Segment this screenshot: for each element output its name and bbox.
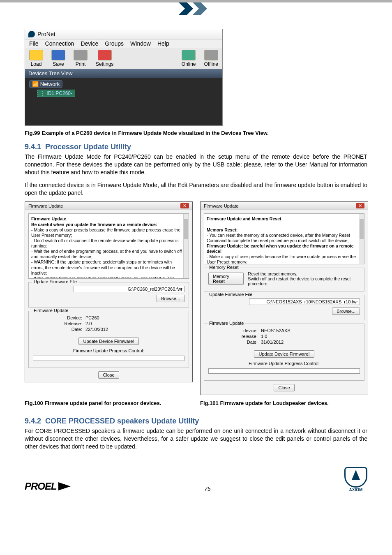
figure-99-caption: Fig.99 Example of a PC260 device in Firm… — [25, 130, 367, 136]
menu-connection[interactable]: Connection — [45, 40, 74, 47]
menu-device[interactable]: Device — [81, 40, 98, 47]
update-firmware-button[interactable]: Update Device Firmware! — [78, 338, 138, 345]
kv-value: 2.0 — [85, 321, 92, 326]
info-line: Be careful when you update the firmware … — [31, 222, 157, 227]
toolbar-settings-label: Settings — [96, 61, 113, 67]
pronet-title-text: ProNet — [37, 31, 55, 37]
toolbar-settings[interactable]: Settings — [92, 48, 118, 69]
dialog-title-text: Firmware Update — [28, 204, 63, 208]
group-legend: Memory Reset — [208, 265, 240, 270]
dialog-titlebar: Firmware Update ✕ — [25, 202, 192, 210]
kv-value: 1.0 — [261, 334, 267, 339]
file-path-field[interactable]: G:\NEOS152AXS_r10\NEOS152AXS_r10.fwr — [249, 298, 360, 305]
firmware-update-dialog-loudspeaker: Firmware Update ✕ Firmware Update and Me… — [200, 201, 368, 395]
toolbar-offline-label: Offline — [204, 61, 218, 67]
menu-window[interactable]: Window — [130, 40, 151, 47]
tree-device-label: ID1:PC260- — [46, 90, 72, 96]
tree-network-node[interactable]: 📶 Network — [29, 80, 62, 88]
figure-100-caption: Fig.100 Firmware update panel for proces… — [25, 400, 192, 406]
close-button[interactable]: Close — [274, 384, 294, 391]
firmware-update-dialog-processor: Firmware Update ✕ Firmware Update Be car… — [25, 201, 193, 382]
memory-reset-button[interactable]: Memory Reset — [208, 273, 244, 285]
close-icon[interactable]: ✕ — [356, 203, 364, 208]
para-941b: If the connected device is in Firmware U… — [25, 181, 367, 197]
pronet-window: ProNet File Connection Device Groups Win… — [25, 29, 223, 126]
axiom-logo-text: AXIOM — [349, 488, 363, 492]
toolbar-print[interactable]: Print — [69, 48, 92, 69]
kv-key: Date: — [33, 327, 82, 332]
info-heading: Firmware Update and Memory Reset — [207, 216, 281, 221]
scrollbar-thumb[interactable] — [184, 219, 188, 239]
scrollbar[interactable] — [183, 214, 189, 278]
kv-value: NEOS152AXS — [261, 328, 291, 333]
info-line: - Make a copy of user presets because th… — [31, 227, 180, 238]
info-line: - Wait the end of entire programming pro… — [31, 249, 182, 259]
page-footer: PROEL 75 AXIOM — [25, 467, 367, 492]
info-heading: Firmware Update — [31, 216, 66, 221]
file-path-field[interactable]: G:\PC260_rel20\PC260.fwr — [74, 286, 184, 292]
offline-icon — [204, 50, 218, 60]
toolbar-online[interactable]: Online — [178, 48, 200, 69]
update-file-group: Update Firmware File G:\NEOS152AXS_r10\N… — [204, 295, 364, 320]
update-firmware-button[interactable]: Update Device Firmware! — [254, 350, 314, 358]
axiom-mark-icon — [344, 467, 367, 488]
kv-value: PC260 — [85, 315, 99, 320]
firmware-update-group: Firmware Update device:NEOS152AXS releas… — [204, 324, 364, 381]
progress-bar — [208, 368, 360, 374]
section-941-title: Processor Update Utility — [45, 143, 131, 151]
kv-value: 31/01/2012 — [261, 340, 284, 345]
menubar: File Connection Device Groups Window Hel… — [25, 39, 222, 48]
dialog-title-text: Firmware Update — [204, 204, 238, 208]
tree-network-label: Network — [40, 81, 60, 87]
axiom-logo: AXIOM — [344, 467, 367, 492]
section-941-heading: 9.4.1 Processor Update Utility — [25, 143, 367, 151]
info-subheading: Memory Reset: — [207, 227, 238, 232]
toolbar-print-label: Print — [76, 61, 86, 67]
browse-button[interactable]: Browse... — [332, 308, 360, 315]
menu-help[interactable]: Help — [157, 40, 169, 47]
toolbar-save-label: Save — [53, 61, 64, 67]
info-textbox: Firmware Update and Memory Reset Memory … — [204, 213, 364, 264]
toolbar: Load Save Print Settings Online Offline — [25, 48, 222, 69]
menu-file[interactable]: File — [29, 40, 39, 47]
memory-reset-text: Switch off and restart the device to com… — [248, 276, 360, 286]
chevron-icon — [193, 2, 213, 15]
info-subheading: Firmware Update: be careful when you upd… — [207, 243, 354, 254]
para-941a: The Firmware Update Mode for PC240/PC260… — [25, 153, 367, 176]
pronet-logo-icon — [28, 31, 35, 37]
scrollbar[interactable] — [359, 214, 364, 264]
update-file-group: Update Firmware File G:\PC260_rel20\PC26… — [28, 282, 189, 308]
progress-label: Firmware Update Progress Control: — [208, 361, 360, 366]
toolbar-load[interactable]: Load — [25, 48, 47, 69]
toolbar-save[interactable]: Save — [47, 48, 69, 69]
proel-logo-text: PROEL — [25, 481, 57, 492]
toolbar-load-label: Load — [31, 61, 42, 67]
folder-icon — [29, 50, 43, 60]
firmware-update-group: Firmware Update Device:PC260 Release:2.0… — [28, 311, 189, 368]
tree-device-node[interactable]: ⋮ ID1:PC260- — [37, 90, 75, 97]
kv-key: Date: — [208, 340, 258, 345]
arrow-icon — [58, 482, 71, 490]
scrollbar-thumb[interactable] — [360, 219, 364, 239]
online-icon — [182, 50, 196, 60]
page-top-accent — [0, 0, 392, 19]
menu-groups[interactable]: Groups — [105, 40, 124, 47]
close-button[interactable]: Close — [98, 371, 119, 379]
kv-key: release: — [208, 334, 258, 339]
section-942-title: CORE PROCESSED speakers Update Utility — [45, 417, 199, 425]
proel-logo: PROEL — [25, 481, 71, 492]
info-line: - Don't switch off or disconnect the rem… — [31, 238, 178, 248]
memory-reset-text: Reset the preset memory. — [248, 271, 360, 276]
info-line: - Make a copy of user presets because th… — [207, 254, 356, 264]
close-icon[interactable]: ✕ — [180, 203, 189, 208]
info-textbox: Firmware Update Be careful when you upda… — [28, 213, 189, 279]
toolbar-offline[interactable]: Offline — [200, 48, 222, 69]
dialog-titlebar: Firmware Update ✕ — [201, 202, 368, 210]
pronet-titlebar: ProNet — [25, 29, 222, 39]
kv-key: Device: — [33, 315, 82, 320]
kv-key: device: — [208, 328, 258, 333]
section-942-heading: 9.4.2 CORE PROCESSED speakers Update Uti… — [25, 417, 367, 426]
kv-key: Release: — [33, 321, 82, 326]
browse-button[interactable]: Browse... — [157, 295, 184, 302]
info-line: - WARNING: if the update procedure accid… — [31, 259, 175, 275]
